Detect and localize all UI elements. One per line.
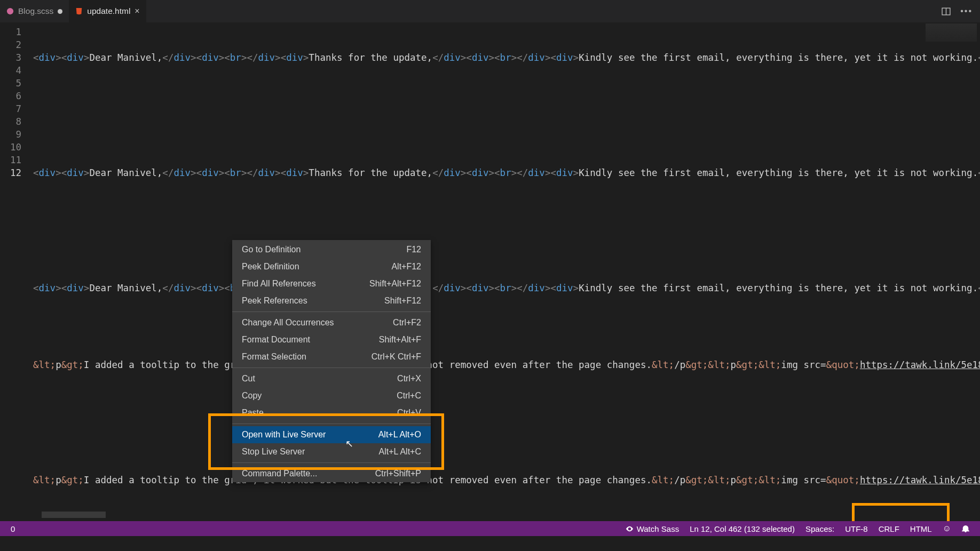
context-menu-label: Command Palette...: [242, 469, 317, 478]
context-menu-label: Paste: [242, 408, 264, 418]
context-menu-label: Cut: [242, 374, 255, 384]
context-menu-shortcut: Shift+F12: [384, 296, 421, 306]
eye-icon: [626, 525, 634, 533]
line-gutter: 123456 789101112: [0, 22, 33, 551]
context-menu-shortcut: Alt+L Alt+O: [378, 430, 421, 440]
context-menu-label: Change All Occurrences: [242, 318, 334, 328]
more-actions-icon[interactable]: •••: [960, 6, 973, 16]
tab-update-html[interactable]: update.html ×: [69, 0, 146, 22]
tab-blog-scss[interactable]: Blog.scss: [0, 0, 69, 22]
horizontal-scrollbar[interactable]: [42, 512, 106, 518]
close-icon[interactable]: ×: [135, 6, 139, 16]
status-indentation[interactable]: Spaces:: [800, 524, 840, 533]
context-menu-shortcut: F12: [406, 245, 421, 254]
code-line: <div><div>Dear Manivel,</div><div><br></…: [33, 51, 980, 64]
context-menu-shortcut: Shift+Alt+F: [379, 335, 421, 345]
status-bar: 0 Watch Sass Ln 12, Col 462 (132 selecte…: [0, 521, 980, 536]
code-line: [33, 320, 980, 333]
context-menu-item[interactable]: Find All ReferencesShift+Alt+F12: [232, 275, 431, 292]
status-watch-sass[interactable]: Watch Sass: [620, 524, 684, 533]
context-menu: Go to DefinitionF12Peek DefinitionAlt+F1…: [232, 240, 431, 482]
context-menu-shortcut: Alt+L Alt+C: [379, 447, 421, 457]
context-menu-label: Format Selection: [242, 352, 306, 362]
context-menu-label: Open with Live Server: [242, 430, 326, 440]
context-menu-separator: [232, 368, 431, 368]
context-menu-separator: [232, 424, 431, 424]
context-menu-item[interactable]: Open with Live ServerAlt+L Alt+O: [232, 426, 431, 443]
context-menu-separator: [232, 312, 431, 312]
status-language-mode[interactable]: HTML: [905, 524, 937, 533]
context-menu-shortcut: Ctrl+X: [397, 374, 421, 384]
context-menu-shortcut: Shift+Alt+F12: [369, 279, 421, 289]
status-eol[interactable]: CRLF: [873, 524, 905, 533]
context-menu-item[interactable]: Peek DefinitionAlt+F12: [232, 258, 431, 275]
context-menu-item[interactable]: Change All OccurrencesCtrl+F2: [232, 314, 431, 331]
code-line: [33, 397, 980, 410]
split-editor-icon[interactable]: [942, 7, 951, 16]
context-menu-label: Copy: [242, 391, 262, 401]
status-cursor-position[interactable]: Ln 12, Col 462 (132 selected): [684, 524, 800, 533]
context-menu-label: Go to Definition: [242, 245, 301, 254]
sass-file-icon: [6, 7, 14, 15]
context-menu-shortcut: Ctrl+K Ctrl+F: [372, 352, 421, 362]
minimap[interactable]: [926, 23, 977, 42]
context-menu-item[interactable]: Go to DefinitionF12: [232, 241, 431, 258]
notifications-bell-icon[interactable]: [957, 525, 975, 532]
context-menu-shortcut: Ctrl+C: [397, 391, 421, 401]
context-menu-item[interactable]: Stop Live ServerAlt+L Alt+C: [232, 443, 431, 460]
context-menu-label: Format Document: [242, 335, 310, 345]
tab-label: update.html: [87, 6, 130, 16]
feedback-smiley-icon[interactable]: ☺: [937, 524, 957, 533]
context-menu-label: Find All References: [242, 279, 316, 289]
html-file-icon: [75, 7, 83, 15]
context-menu-separator: [232, 462, 431, 463]
code-line: <div><div>Dear Manivel,</div><div><br></…: [33, 282, 980, 294]
unsaved-dot-icon: [58, 9, 62, 14]
code-line: [33, 128, 980, 141]
context-menu-item[interactable]: CopyCtrl+C: [232, 387, 431, 404]
status-problems[interactable]: 0: [5, 521, 20, 536]
context-menu-shortcut: Ctrl+V: [397, 408, 421, 418]
context-menu-item[interactable]: PasteCtrl+V: [232, 404, 431, 421]
context-menu-shortcut: Ctrl+F2: [393, 318, 421, 328]
context-menu-item[interactable]: Command Palette...Ctrl+Shift+P: [232, 465, 431, 482]
context-menu-item[interactable]: Format SelectionCtrl+K Ctrl+F: [232, 348, 431, 365]
context-menu-item[interactable]: CutCtrl+X: [232, 370, 431, 387]
context-menu-label: Peek Definition: [242, 262, 299, 271]
code-line: [33, 435, 980, 448]
context-menu-item[interactable]: Format DocumentShift+Alt+F: [232, 331, 431, 348]
context-menu-label: Peek References: [242, 296, 307, 306]
code-editor[interactable]: 123456 789101112 <div><div>Dear Manivel,…: [0, 22, 980, 551]
tab-label: Blog.scss: [18, 6, 53, 16]
code-line: <div><div>Dear Manivel,</div><div><br></…: [33, 166, 980, 179]
code-line: &lt;p&gt;I added a tooltip to the grid ,…: [33, 474, 980, 486]
status-encoding[interactable]: UTF-8: [840, 524, 873, 533]
code-area[interactable]: <div><div>Dear Manivel,</div><div><br></…: [33, 22, 980, 551]
code-line: &lt;p&gt;I added a tooltip to the grid ,…: [33, 358, 980, 371]
svg-point-0: [7, 8, 13, 14]
code-line: [33, 205, 980, 218]
context-menu-shortcut: Alt+F12: [391, 262, 421, 271]
context-menu-shortcut: Ctrl+Shift+P: [375, 469, 421, 478]
code-line: [33, 243, 980, 256]
editor-actions: •••: [942, 0, 980, 22]
context-menu-item[interactable]: Peek ReferencesShift+F12: [232, 292, 431, 309]
context-menu-label: Stop Live Server: [242, 447, 305, 457]
tab-bar: Blog.scss update.html × •••: [0, 0, 980, 22]
code-line: [33, 90, 980, 102]
